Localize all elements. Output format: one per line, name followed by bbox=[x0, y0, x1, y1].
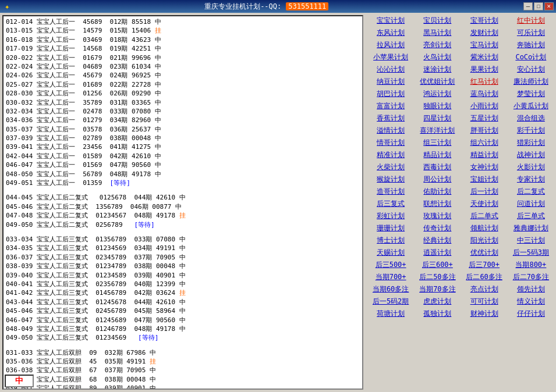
plan-link[interactable]: 后一5码3期 bbox=[508, 247, 554, 258]
plan-link[interactable]: 玫瑰计划 bbox=[415, 211, 460, 222]
plan-link[interactable]: 沁沁计划 bbox=[368, 64, 413, 75]
plan-link[interactable]: 火柴计划 bbox=[368, 162, 413, 173]
plan-link[interactable]: 迷涂计划 bbox=[415, 64, 460, 75]
plan-link[interactable]: 梦莹计划 bbox=[508, 88, 554, 99]
plan-link[interactable]: 周公计划 bbox=[415, 174, 460, 185]
close-button[interactable]: ✕ bbox=[544, 2, 554, 10]
plan-link[interactable]: 彩千计划 bbox=[508, 125, 554, 136]
plan-link[interactable]: 宝马计划 bbox=[462, 40, 507, 51]
plan-link[interactable]: 黑马计划 bbox=[415, 27, 460, 38]
plan-text-area[interactable]: 012-014 宝宝人工后一 45689 012期 85518 中013-015… bbox=[3, 16, 362, 389]
plan-link[interactable]: CoCo计划 bbox=[508, 52, 554, 63]
plan-link[interactable]: 佑助计划 bbox=[415, 186, 460, 197]
plan-link[interactable]: 天赐计划 bbox=[368, 247, 413, 258]
plan-link[interactable]: 仔仔计划 bbox=[508, 308, 554, 319]
plan-link[interactable]: 后三复式 bbox=[368, 198, 413, 209]
plan-link[interactable]: 彩虹计划 bbox=[368, 211, 413, 222]
plan-link[interactable]: 果果计划 bbox=[462, 64, 507, 75]
plan-link[interactable]: 荷塘计划 bbox=[368, 308, 413, 319]
plan-link[interactable]: 当期60多注 bbox=[368, 284, 413, 295]
plan-link[interactable]: 红中计划 bbox=[508, 15, 554, 26]
plan-link[interactable]: 富富计划 bbox=[368, 101, 413, 112]
plan-link[interactable]: 后二单式 bbox=[462, 211, 507, 222]
plan-link[interactable]: 后二复式 bbox=[508, 186, 554, 197]
plan-link[interactable]: 胖哥计划 bbox=[462, 125, 507, 136]
plan-link[interactable]: 当期800+ bbox=[508, 259, 554, 270]
plan-link[interactable]: 鸿运计划 bbox=[415, 88, 460, 99]
plan-link[interactable]: 小苹果计划 bbox=[368, 52, 413, 63]
plan-link[interactable]: 亮点计划 bbox=[462, 284, 507, 295]
plan-link[interactable]: 小雨计划 bbox=[462, 101, 507, 112]
plan-link[interactable]: 奔驰计划 bbox=[508, 40, 554, 51]
plan-link[interactable]: 情哥计划 bbox=[368, 137, 413, 148]
plan-link[interactable]: 四星计划 bbox=[415, 113, 460, 124]
plan-link[interactable]: 联想计划 bbox=[415, 198, 460, 209]
plan-link[interactable]: 专家计划 bbox=[508, 174, 554, 185]
plan-link[interactable]: 孤独计划 bbox=[415, 308, 460, 319]
plan-link[interactable]: 西毒计划 bbox=[415, 162, 460, 173]
plan-link[interactable]: 后三700+ bbox=[462, 259, 507, 270]
plan-link[interactable]: 蓝鸟计划 bbox=[462, 88, 507, 99]
plan-link[interactable]: 组六计划 bbox=[462, 137, 507, 148]
plan-link[interactable]: 优优姐计划 bbox=[415, 76, 460, 87]
plan-link[interactable]: 博士计划 bbox=[368, 235, 413, 246]
plan-link[interactable]: 宝姐计划 bbox=[462, 174, 507, 185]
plan-link[interactable]: 天使计划 bbox=[462, 198, 507, 209]
plan-link[interactable]: 紫米计划 bbox=[462, 52, 507, 63]
plan-link[interactable]: 雅典娜计划 bbox=[508, 223, 554, 234]
plan-link[interactable]: 发财计划 bbox=[462, 27, 507, 38]
plan-link[interactable]: 精准计划 bbox=[368, 149, 413, 161]
plan-link[interactable]: 廉法师计划 bbox=[508, 76, 554, 87]
plan-link[interactable]: 小黄瓜计划 bbox=[508, 101, 554, 112]
plan-link[interactable]: 后二50多注 bbox=[415, 272, 460, 283]
plan-link[interactable]: 后三500+ bbox=[368, 259, 413, 270]
plan-link[interactable]: 纳豆计划 bbox=[368, 76, 413, 87]
plan-link[interactable]: 亮剑计划 bbox=[415, 40, 460, 51]
plan-link[interactable]: 香蕉计划 bbox=[368, 113, 413, 124]
plan-link[interactable]: 安心计划 bbox=[508, 64, 554, 75]
plan-link[interactable]: 情义计划 bbox=[508, 296, 554, 307]
plan-link[interactable]: 宝贝计划 bbox=[415, 15, 460, 26]
plan-link[interactable]: 虎虎计划 bbox=[415, 296, 460, 307]
plan-link[interactable]: 造哥计划 bbox=[368, 186, 413, 197]
plan-link[interactable]: 领先计划 bbox=[508, 284, 554, 295]
plan-link[interactable]: 火影计划 bbox=[508, 162, 554, 173]
maximize-button[interactable]: □ bbox=[534, 2, 543, 10]
plan-link[interactable]: 猴旋计划 bbox=[368, 174, 413, 185]
plan-link[interactable]: 独眼计划 bbox=[415, 101, 460, 112]
plan-link[interactable]: 喜洋洋计划 bbox=[415, 125, 460, 136]
plan-link[interactable]: 女神计划 bbox=[462, 162, 507, 173]
plan-link[interactable]: 东风计划 bbox=[368, 27, 413, 38]
plan-link[interactable]: 混合组选 bbox=[508, 113, 554, 124]
plan-link[interactable]: 传奇计划 bbox=[415, 223, 460, 234]
plan-link[interactable]: 问道计划 bbox=[508, 198, 554, 209]
plan-link[interactable]: 阳光计划 bbox=[462, 235, 507, 246]
plan-link[interactable]: 五星计划 bbox=[462, 113, 507, 124]
plan-link[interactable]: 后一计划 bbox=[462, 186, 507, 197]
plan-link[interactable]: 优优计划 bbox=[462, 247, 507, 258]
plan-link[interactable]: 后二60多注 bbox=[462, 272, 507, 283]
plan-link[interactable]: 逍遥计划 bbox=[415, 247, 460, 258]
plan-link[interactable]: 火鸟计划 bbox=[415, 52, 460, 63]
plan-link[interactable]: 组三计划 bbox=[415, 137, 460, 148]
plan-link[interactable]: 溢情计划 bbox=[368, 125, 413, 136]
plan-link[interactable]: 当期70多注 bbox=[415, 284, 460, 295]
plan-link[interactable]: 宝宝计划 bbox=[368, 15, 413, 26]
plan-link[interactable]: 当期700+ bbox=[368, 272, 413, 283]
minimize-button[interactable]: ─ bbox=[523, 2, 533, 10]
plan-link[interactable]: 红马计划 bbox=[462, 76, 507, 87]
plan-link[interactable]: 战神计划 bbox=[508, 149, 554, 161]
plan-link[interactable]: 宝哥计划 bbox=[462, 15, 507, 26]
plan-link[interactable]: 猎彩计划 bbox=[508, 137, 554, 148]
plan-link[interactable]: 精益计划 bbox=[462, 149, 507, 161]
plan-link[interactable]: 可乐计划 bbox=[508, 27, 554, 38]
plan-link[interactable]: 经典计划 bbox=[415, 235, 460, 246]
qq-number[interactable]: 531551111 bbox=[286, 2, 328, 10]
plan-link[interactable]: 财神计划 bbox=[462, 308, 507, 319]
plan-link[interactable]: 后三600+ bbox=[415, 259, 460, 270]
plan-link[interactable]: 胡巴计划 bbox=[368, 88, 413, 99]
plan-link[interactable]: 后三单式 bbox=[508, 211, 554, 222]
plan-link[interactable]: 中三计划 bbox=[508, 235, 554, 246]
plan-link[interactable]: 后一5码2期 bbox=[368, 296, 413, 307]
plan-link[interactable]: 珊珊计划 bbox=[368, 223, 413, 234]
